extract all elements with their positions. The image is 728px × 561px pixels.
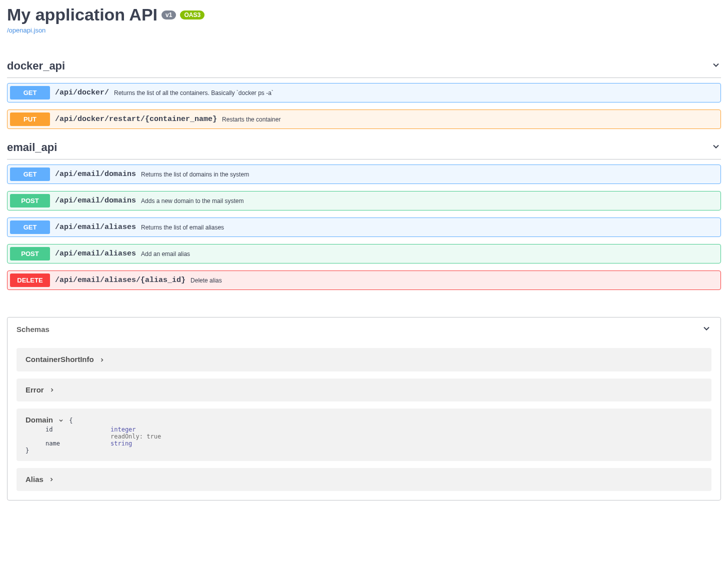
op-summary: Delete alias (190, 277, 222, 284)
schema-domain-body: id integer readOnly: true name (26, 426, 702, 454)
version-badge: v1 (162, 10, 176, 20)
prop-meta: readOnly: true (110, 433, 161, 440)
page-header: My application API v1 OAS3 (7, 5, 721, 24)
op-path: /api/email/domains (55, 170, 136, 178)
op-get-email-aliases[interactable]: GET /api/email/aliases Returns the list … (7, 218, 721, 237)
schemas-header[interactable]: Schemas (8, 318, 720, 341)
tag-email-api[interactable]: email_api (7, 136, 721, 160)
schema-error[interactable]: Error (16, 378, 712, 402)
schema-domain[interactable]: Domain { id integer readOnly: true (16, 408, 712, 461)
tag-name: email_api (7, 141, 57, 154)
op-path: /api/email/domains (55, 196, 136, 205)
op-get-docker[interactable]: GET /api/docker/ Returns the list of all… (7, 83, 721, 102)
prop-name: id (46, 426, 110, 433)
schema-containershortinfo[interactable]: ContainerShortInfo (16, 348, 712, 372)
method-badge: DELETE (10, 274, 50, 287)
chevron-right-icon (48, 476, 54, 484)
tag-docker-api[interactable]: docker_api (7, 54, 721, 78)
close-brace: } (26, 447, 702, 454)
op-path: /api/docker/ (55, 88, 109, 97)
oas-badge: OAS3 (180, 10, 204, 20)
op-post-email-domains[interactable]: POST /api/email/domains Adds a new domai… (7, 191, 721, 210)
page-title: My application API (7, 5, 158, 24)
method-badge: GET (10, 168, 50, 181)
prop-type: string (110, 440, 132, 447)
op-post-email-aliases[interactable]: POST /api/email/aliases Add an email ali… (7, 244, 721, 264)
op-put-docker-restart[interactable]: PUT /api/docker/restart/{container_name}… (7, 110, 721, 129)
schemas-section: Schemas ContainerShortInfo Error Domain … (7, 317, 721, 500)
schema-prop-meta-row: readOnly: true (26, 433, 702, 440)
prop-name: name (46, 440, 110, 447)
op-path: /api/docker/restart/{container_name} (55, 115, 217, 124)
prop-type: integer (110, 426, 136, 433)
tag-name: docker_api (7, 60, 65, 72)
method-badge: PUT (10, 112, 50, 126)
op-summary: Returns the list of all the containers. … (114, 90, 274, 96)
method-badge: GET (10, 220, 50, 234)
ops-docker-api: GET /api/docker/ Returns the list of all… (7, 83, 721, 129)
chevron-down-icon (711, 60, 721, 72)
ops-email-api: GET /api/email/domains Returns the list … (7, 164, 721, 290)
op-path: /api/email/aliases (55, 223, 136, 232)
method-badge: POST (10, 194, 50, 208)
schema-name: Error (26, 386, 44, 394)
method-badge: POST (10, 247, 50, 260)
chevron-right-icon (99, 356, 105, 364)
op-summary: Add an email alias (141, 250, 190, 258)
schema-prop-row: id integer (26, 426, 702, 433)
chevron-down-icon (711, 142, 721, 154)
schemas-body: ContainerShortInfo Error Domain { id (8, 348, 720, 500)
spec-link[interactable]: /openapi.json (7, 26, 46, 34)
schema-name: Alias (26, 475, 44, 484)
schema-prop-row: name string (26, 440, 702, 447)
open-brace: { (69, 417, 72, 424)
op-summary: Returns the list of email aliases (141, 224, 224, 231)
chevron-down-icon (58, 416, 64, 425)
op-summary: Adds a new domain to the mail system (141, 198, 244, 204)
schemas-title: Schemas (16, 325, 50, 334)
method-badge: GET (10, 86, 50, 100)
schema-name: ContainerShortInfo (26, 355, 94, 364)
chevron-down-icon (702, 324, 712, 335)
chevron-right-icon (49, 386, 55, 394)
op-summary: Restarts the container (222, 116, 280, 123)
schema-alias[interactable]: Alias (16, 468, 712, 492)
schema-name: Domain (26, 416, 53, 424)
op-path: /api/email/aliases (55, 250, 136, 258)
op-delete-email-alias[interactable]: DELETE /api/email/aliases/{alias_id} Del… (7, 270, 721, 290)
op-summary: Returns the list of domains in the syste… (141, 171, 249, 178)
op-get-email-domains[interactable]: GET /api/email/domains Returns the list … (7, 164, 721, 184)
op-path: /api/email/aliases/{alias_id} (55, 276, 186, 284)
